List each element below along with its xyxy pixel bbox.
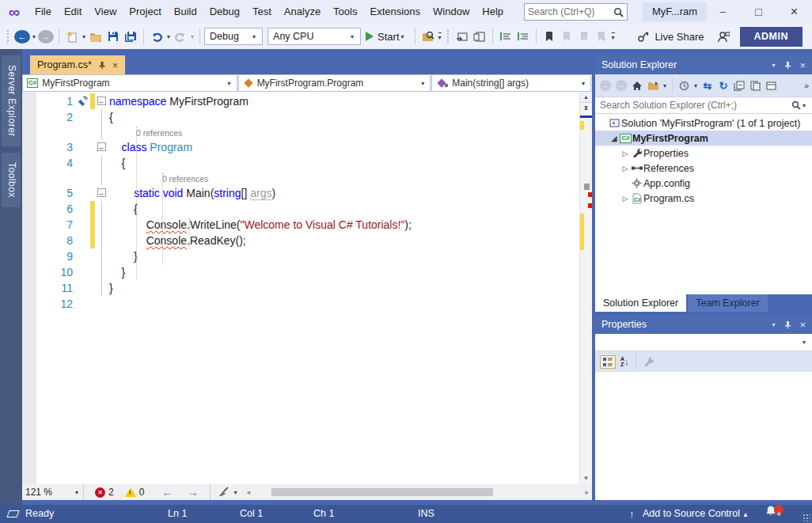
- quick-search-box[interactable]: [524, 3, 628, 21]
- outlining-margin[interactable]: [95, 171, 109, 185]
- start-debugging-button[interactable]: Start: [366, 31, 405, 43]
- outlining-margin[interactable]: [95, 139, 109, 155]
- properties-header[interactable]: Properties: [595, 315, 812, 334]
- account-button[interactable]: ADMIN: [740, 27, 803, 47]
- codelens-references[interactable]: 0 references: [136, 128, 182, 138]
- toolbar-grip[interactable]: [446, 29, 450, 44]
- code-line[interactable]: 11}: [22, 280, 579, 296]
- code-lines[interactable]: 1namespace MyFirstProgram2{0 references3…: [22, 93, 579, 312]
- switch-views-icon[interactable]: [646, 78, 660, 93]
- tree-item-program-cs[interactable]: ▷C#Program.cs: [595, 191, 812, 206]
- quick-search-input[interactable]: [528, 6, 613, 17]
- horizontal-scrollbar-thumb[interactable]: [271, 488, 493, 496]
- solution-explorer-search[interactable]: [595, 97, 812, 114]
- search-icon[interactable]: [791, 100, 801, 110]
- warning-icon[interactable]: [125, 487, 136, 497]
- collapse-region-icon[interactable]: [97, 142, 106, 151]
- alphabetical-sort-icon[interactable]: A Z ↓: [620, 356, 629, 367]
- toolbar-options-icon[interactable]: [438, 32, 442, 41]
- peek-definition-icon[interactable]: [472, 27, 488, 46]
- save-all-icon[interactable]: [123, 27, 138, 46]
- document-tab[interactable]: Program.cs*: [30, 55, 125, 74]
- code-line[interactable]: 5 static void Main(string[] args): [22, 185, 579, 201]
- side-tab-server-explorer[interactable]: Server Explorer: [2, 55, 21, 146]
- outlining-margin[interactable]: [95, 185, 109, 201]
- navigate-backward-icon[interactable]: ←: [14, 30, 30, 44]
- comment-lines-icon[interactable]: [498, 27, 514, 46]
- code-line[interactable]: 9 }: [22, 248, 579, 264]
- status-column[interactable]: Col 1: [240, 505, 263, 523]
- code-text[interactable]: }: [109, 264, 579, 280]
- background-tasks-icon[interactable]: [6, 510, 19, 517]
- menu-extensions[interactable]: Extensions: [363, 6, 427, 17]
- codelens-row[interactable]: 0 references: [22, 171, 579, 185]
- menu-edit[interactable]: Edit: [58, 6, 88, 17]
- tree-item-myfirstprogram[interactable]: ◢C#MyFirstProgram: [595, 131, 812, 146]
- menu-build[interactable]: Build: [168, 6, 203, 17]
- tree-item-properties[interactable]: ▷Properties: [595, 146, 812, 161]
- pin-icon[interactable]: [784, 320, 791, 329]
- solution-configurations-select[interactable]: Debug: [204, 28, 263, 45]
- minimize-icon[interactable]: [705, 0, 741, 24]
- outlining-margin[interactable]: [95, 201, 109, 217]
- type-dropdown[interactable]: MyFirstProgram.Program: [238, 74, 431, 92]
- chevron-down-icon[interactable]: [233, 489, 237, 496]
- toolbar-grip[interactable]: [6, 29, 10, 44]
- code-text[interactable]: Console.WriteLine("Welcome to Visual C# …: [109, 217, 579, 233]
- chevron-down-icon[interactable]: [803, 102, 806, 109]
- outlining-margin[interactable]: [95, 109, 109, 125]
- code-line[interactable]: 3 class Program: [22, 139, 579, 155]
- code-text[interactable]: {: [109, 109, 579, 125]
- code-editor[interactable]: 1namespace MyFirstProgram2{0 references3…: [22, 92, 592, 484]
- code-text[interactable]: [109, 296, 579, 312]
- tree-item-references[interactable]: ▷References: [595, 161, 812, 176]
- outlining-margin[interactable]: [95, 155, 109, 171]
- window-position-icon[interactable]: [772, 321, 775, 328]
- new-project-icon[interactable]: [64, 27, 80, 46]
- error-count[interactable]: 2: [108, 487, 114, 498]
- outlining-margin[interactable]: [95, 125, 109, 139]
- chevron-down-icon[interactable]: [82, 33, 85, 40]
- close-icon[interactable]: [799, 59, 806, 71]
- chevron-down-icon[interactable]: [167, 33, 170, 40]
- navigate-forward-icon[interactable]: →: [188, 487, 198, 498]
- pin-icon[interactable]: [98, 61, 106, 70]
- undo-icon[interactable]: [149, 27, 165, 46]
- code-text[interactable]: }: [109, 280, 579, 296]
- toggle-bookmark-icon[interactable]: [541, 27, 557, 46]
- code-line[interactable]: 2{: [22, 109, 579, 125]
- menu-file[interactable]: File: [28, 6, 58, 17]
- expand-arrow-icon[interactable]: ▷: [620, 150, 630, 157]
- code-text[interactable]: Console.ReadKey();: [109, 233, 579, 248]
- close-icon[interactable]: [112, 59, 119, 71]
- collapse-region-icon[interactable]: [97, 97, 106, 105]
- solution-platforms-select[interactable]: Any CPU: [268, 28, 361, 45]
- feedback-icon[interactable]: [715, 27, 731, 46]
- outlining-margin[interactable]: [95, 280, 109, 296]
- refresh-icon[interactable]: ↻: [716, 78, 730, 93]
- tree-item-app-config[interactable]: App.config: [595, 176, 812, 191]
- code-line[interactable]: 4 {: [22, 155, 579, 171]
- code-line[interactable]: 8 Console.ReadKey();: [22, 233, 579, 248]
- collapse-region-icon[interactable]: [97, 188, 106, 197]
- maximize-icon[interactable]: [741, 0, 776, 24]
- window-position-icon[interactable]: [772, 62, 775, 69]
- pending-changes-filter-icon[interactable]: [677, 78, 691, 93]
- solution-explorer-header[interactable]: Solution Explorer: [595, 55, 812, 74]
- expand-arrow-icon[interactable]: ▷: [620, 195, 630, 203]
- status-insert-mode[interactable]: INS: [418, 505, 434, 523]
- close-icon[interactable]: [776, 0, 812, 24]
- resize-grip[interactable]: [803, 514, 810, 521]
- zoom-select[interactable]: 121 %: [22, 484, 84, 500]
- pin-icon[interactable]: [784, 61, 791, 70]
- collapse-all-icon[interactable]: [732, 78, 746, 93]
- outlining-margin[interactable]: [95, 296, 109, 312]
- code-text[interactable]: {: [109, 201, 579, 217]
- code-line[interactable]: 10 }: [22, 264, 579, 280]
- horizontal-scrollbar[interactable]: ◂ ▸: [245, 486, 592, 498]
- scroll-down-icon[interactable]: ▼: [580, 473, 592, 484]
- code-text[interactable]: namespace MyFirstProgram: [109, 93, 579, 109]
- menu-help[interactable]: Help: [476, 6, 510, 17]
- panel-tab-team-explorer[interactable]: Team Explorer: [688, 294, 768, 312]
- expand-arrow-icon[interactable]: ▷: [620, 165, 630, 172]
